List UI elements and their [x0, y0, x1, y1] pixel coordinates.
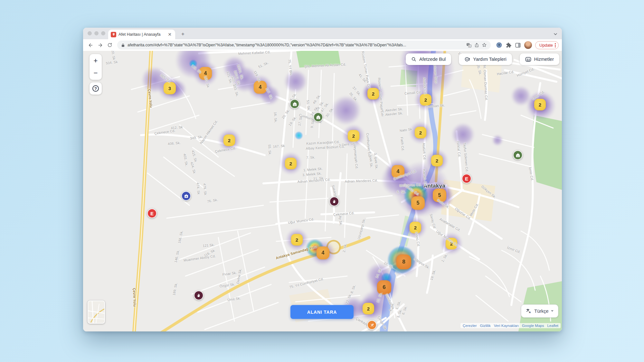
street-label: Uğur Mumcu Cd.: [288, 217, 314, 224]
cluster-marker[interactable]: 2: [223, 135, 235, 146]
window-controls[interactable]: [88, 31, 105, 35]
extensions-puzzle-icon[interactable]: [506, 42, 512, 48]
cluster-marker[interactable]: 5: [433, 189, 446, 202]
cluster-marker[interactable]: 2: [285, 158, 297, 169]
forward-icon[interactable]: [96, 41, 104, 49]
bookmark-star-icon[interactable]: [482, 42, 487, 48]
street-label: Tayfur Sökmen Cd.: [463, 142, 469, 172]
cluster-marker[interactable]: 4: [254, 81, 267, 94]
cluster-marker[interactable]: 2: [291, 234, 303, 246]
cluster-marker[interactable]: 8: [396, 255, 411, 269]
cluster-marker[interactable]: 2: [363, 303, 374, 314]
reload-icon[interactable]: [106, 41, 114, 49]
food-utensils-icon: [368, 321, 376, 329]
attribution-link[interactable]: Gizlilik: [480, 324, 490, 328]
map-canvas[interactable]: 434222222224552224862AntakyaÇevre YoluÇe…: [83, 51, 562, 331]
attribution-link[interactable]: Google Maps: [522, 324, 544, 328]
street-label: Çinçin Sk.: [377, 315, 388, 331]
browser-tab[interactable]: Afet Haritası | Anasayfa ✕: [108, 30, 175, 39]
zoom-control[interactable]: + −: [90, 54, 102, 80]
street-label: Gökçen Sk.: [481, 184, 497, 199]
sidebar-panel-icon[interactable]: [515, 42, 521, 48]
street-label: 121 Sk.: [203, 243, 215, 247]
cluster-marker[interactable]: 4: [317, 246, 329, 259]
pharmacy-marker[interactable]: E: [462, 174, 471, 183]
street-label: 51. Sk.: [258, 60, 269, 69]
minimize-window-button[interactable]: [94, 31, 99, 35]
chrome-update-button[interactable]: Update: [535, 41, 559, 49]
cluster-marker[interactable]: 4: [199, 67, 212, 80]
attribution-link[interactable]: Çerezler: [463, 324, 477, 328]
close-window-button[interactable]: [88, 31, 92, 35]
update-label: Update: [539, 43, 553, 48]
new-tab-button[interactable]: +: [179, 30, 187, 38]
cluster-marker[interactable]: 3: [164, 82, 176, 94]
street-label: 120/1. Sk.: [237, 64, 244, 80]
street-label: 474. Sk: [196, 182, 201, 195]
street-label: Hacılar Cd.: [497, 70, 515, 76]
people-icon: [525, 56, 531, 62]
street-label: 4. Sk.: [388, 302, 395, 312]
help-button[interactable]: ?: [90, 82, 102, 95]
hand-marker[interactable]: [329, 197, 339, 206]
shelter-marker[interactable]: [313, 112, 323, 122]
cluster-marker[interactable]: 2: [431, 155, 443, 166]
cluster-marker[interactable]: 4: [392, 165, 404, 178]
cluster-marker[interactable]: 6: [377, 280, 391, 294]
cluster-marker[interactable]: 2: [415, 127, 426, 138]
services-button[interactable]: Hizmetler: [520, 53, 559, 65]
help-requests-button[interactable]: Yardım Talepleri: [459, 53, 512, 65]
street-label: 3. Melek Sk.: [302, 171, 322, 177]
cluster-marker[interactable]: 2: [534, 99, 546, 110]
profile-avatar[interactable]: [524, 41, 532, 49]
scan-area-button[interactable]: ALANI TARA: [290, 305, 354, 319]
back-icon[interactable]: [86, 41, 95, 49]
maximize-window-button[interactable]: [101, 31, 105, 35]
search-icon: [411, 57, 416, 62]
pharmacy-marker[interactable]: E: [147, 209, 157, 218]
cyan-heat-blob: [295, 132, 303, 139]
cluster-marker[interactable]: 2: [348, 130, 359, 142]
street-label: Uzunçarşı Sk.: [356, 218, 366, 240]
help-requests-label: Yardım Talepleri: [473, 57, 506, 62]
street-label: Mehmet Kafadar Cd.: [238, 51, 271, 56]
attribution-link[interactable]: Leaflet: [547, 324, 558, 328]
address-bar[interactable]: afetharita.com/#dvf=%7B"state"%3A%7B"isO…: [117, 41, 491, 50]
street-label: 4. İpek Sk.: [368, 151, 374, 168]
cluster-marker[interactable]: 2: [367, 88, 379, 99]
street-label: Anafartalar Cd.: [439, 217, 461, 232]
medical-marker[interactable]: [181, 191, 191, 201]
raised-hand-icon: [194, 291, 203, 300]
street-label: 403. Sk.: [183, 153, 189, 167]
street-label: 51. Sk.: [306, 100, 311, 111]
shelter-marker[interactable]: [513, 150, 523, 160]
translate-icon[interactable]: A: [466, 42, 472, 48]
share-icon[interactable]: [474, 42, 479, 48]
attribution-link[interactable]: Veri Kaynakları: [494, 324, 519, 328]
street-label: 504. Sk: [106, 60, 118, 65]
tab-close-icon[interactable]: ✕: [167, 32, 173, 37]
street-label: 35. Sk.: [348, 91, 358, 102]
street-label: Saray Cd.: [429, 213, 437, 229]
hand-marker[interactable]: [194, 291, 204, 300]
tab-overflow-chevron-icon[interactable]: [553, 32, 558, 37]
shelter-marker[interactable]: [290, 99, 299, 109]
overview-minimap[interactable]: [88, 301, 105, 324]
street-label: 47. Sk.: [320, 102, 329, 113]
street-label: Çevre Yolu: [147, 89, 153, 108]
password-extension-icon[interactable]: [496, 42, 502, 48]
zoom-out-button[interactable]: −: [94, 67, 98, 79]
food-marker[interactable]: [367, 320, 377, 330]
cluster-marker[interactable]: 2: [420, 94, 431, 106]
cluster-marker[interactable]: 2: [410, 222, 421, 233]
find-victim-button[interactable]: Afetzede Bul: [406, 53, 451, 65]
cluster-marker[interactable]: 2: [446, 238, 457, 249]
street-label: Atatürk Cd.: [423, 77, 428, 95]
pharmacy-e-icon: E: [462, 174, 471, 183]
street-label: 116. Sk: [203, 248, 215, 258]
zoom-in-button[interactable]: +: [94, 55, 98, 67]
cluster-marker[interactable]: 5: [411, 196, 425, 210]
language-selector[interactable]: A Türkçe: [521, 304, 558, 318]
street-label: İnönü Cd.: [414, 232, 421, 247]
browser-menu-icon[interactable]: [555, 43, 556, 47]
